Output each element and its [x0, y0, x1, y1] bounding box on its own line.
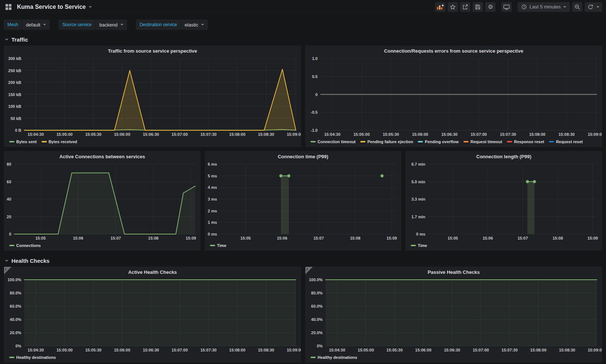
- share-button[interactable]: [460, 2, 470, 12]
- star-button[interactable]: [448, 2, 458, 12]
- variables-bar: Mesh default Source service backend Dest…: [0, 14, 606, 33]
- svg-text:60.0%: 60.0%: [311, 304, 323, 308]
- svg-text:1.0: 1.0: [312, 56, 318, 61]
- svg-text:3.3 min: 3.3 min: [411, 197, 425, 201]
- legend-item-request-timeout[interactable]: Request timeout: [463, 139, 502, 144]
- monitor-icon: [503, 4, 510, 10]
- svg-text:15:07: 15:07: [518, 236, 528, 240]
- svg-text:15:05: 15:05: [35, 236, 46, 240]
- svg-text:15:07:00: 15:07:00: [470, 132, 487, 137]
- variable-value-dropdown[interactable]: backend: [96, 20, 127, 30]
- refresh-button[interactable]: [585, 2, 602, 12]
- legend-connection-requests-errors: Connection timeoutPending failure ejecti…: [305, 138, 602, 147]
- panel-title-traffic-from-source[interactable]: Traffic from source service perspective: [4, 46, 301, 55]
- legend-item-bytes-sent[interactable]: Bytes sent: [9, 139, 37, 144]
- dashboard-body: Traffic Traffic from source service pers…: [0, 33, 606, 363]
- panel-connection-requests-errors: Connection/Requests errors from source s…: [305, 45, 602, 147]
- save-button[interactable]: [473, 2, 483, 12]
- legend-item-bytes-received[interactable]: Bytes received: [42, 139, 77, 144]
- zoom-out-button[interactable]: [572, 2, 582, 12]
- svg-text:15:06:30: 15:06:30: [143, 348, 159, 352]
- svg-text:15:05:30: 15:05:30: [386, 348, 403, 352]
- panel-connection-time-p99: Connection time (P99)0 ms1 ms2 ms3 ms4 m…: [204, 151, 402, 251]
- svg-text:0%: 0%: [317, 344, 323, 348]
- legend-label: Time: [217, 243, 226, 248]
- legend-label: Request reset: [556, 139, 583, 144]
- cycle-view-button[interactable]: [501, 2, 512, 12]
- legend-item-response-reset[interactable]: Response reset: [507, 139, 544, 144]
- row-title: Health Checks: [11, 258, 49, 264]
- svg-text:15:09:00: 15:09:00: [287, 348, 301, 352]
- svg-text:15:07:30: 15:07:30: [200, 132, 217, 137]
- legend-item-request-reset[interactable]: Request reset: [549, 139, 583, 144]
- svg-text:100 kB: 100 kB: [8, 104, 21, 109]
- panel-title-connection-requests-errors[interactable]: Connection/Requests errors from source s…: [305, 46, 602, 55]
- legend-label: Response reset: [514, 139, 544, 144]
- dashboard-title[interactable]: Kuma Service to Service: [17, 4, 86, 10]
- legend-swatch: [463, 141, 469, 142]
- svg-text:50 kB: 50 kB: [10, 116, 21, 121]
- chart-connection-length-p99[interactable]: 0 ms1.7 min3.3 min5.0 min6.7 min15:0515:…: [406, 160, 602, 242]
- legend-item-time[interactable]: Time: [210, 243, 226, 248]
- panel-info-icon[interactable]: i: [305, 267, 313, 274]
- svg-text:15:08:00: 15:08:00: [229, 132, 245, 137]
- legend-item-time[interactable]: Time: [411, 243, 427, 248]
- legend-label: Request timeout: [470, 139, 502, 144]
- chevron-down-icon: [201, 24, 204, 25]
- chart-active-connections[interactable]: 02040608015:0515:0615:0715:0815:09: [4, 160, 200, 242]
- chevron-down-icon: [120, 24, 123, 25]
- chart-traffic-from-source[interactable]: 0 B50 kB100 kB150 kB200 kB250 kB300 kB15…: [4, 55, 301, 138]
- svg-text:15:08:30: 15:08:30: [558, 132, 575, 137]
- panel-title-active-connections[interactable]: Active Connections between services: [4, 151, 200, 160]
- legend-swatch: [418, 141, 423, 142]
- chart-connection-requests-errors[interactable]: -1.0-0.500.51.015:04:3015:05:0015:05:301…: [305, 55, 602, 138]
- svg-text:40.0%: 40.0%: [10, 317, 21, 322]
- legend-swatch: [411, 245, 416, 246]
- svg-text:15:07:00: 15:07:00: [172, 348, 188, 352]
- legend-label: Bytes sent: [16, 139, 37, 144]
- svg-text:2 ms: 2 ms: [208, 209, 217, 213]
- dashboards-grid-icon[interactable]: [4, 2, 13, 12]
- variable-value-text: default: [26, 22, 40, 28]
- svg-text:15:07: 15:07: [313, 236, 324, 240]
- variable-value-dropdown[interactable]: default: [22, 20, 50, 30]
- time-range-button[interactable]: Last 5 minutes: [518, 2, 570, 12]
- svg-text:80: 80: [7, 162, 11, 166]
- chart-active-health-checks[interactable]: 0%20.0%40.0%60.0%80.0%100.0%15:04:3015:0…: [4, 276, 301, 354]
- legend-swatch: [210, 245, 215, 246]
- row-header-health-checks[interactable]: Health Checks: [4, 255, 602, 266]
- legend-item-healthy-destinations[interactable]: Healthy destinations: [9, 355, 56, 360]
- add-panel-icon: [437, 4, 444, 10]
- svg-text:15:05: 15:05: [448, 236, 458, 240]
- legend-item-connection-timeout[interactable]: Connection timeout: [311, 139, 355, 144]
- row-header-traffic[interactable]: Traffic: [4, 33, 602, 45]
- legend-label: Connections: [16, 243, 41, 248]
- panel-title-active-health-checks[interactable]: Active Health Checks: [4, 267, 301, 276]
- panel-title-connection-length-p99[interactable]: Connection length (P99): [406, 151, 602, 160]
- legend-item-healthy-destinations[interactable]: Healthy destinations: [311, 355, 357, 360]
- svg-text:15:05:00: 15:05:00: [353, 132, 369, 137]
- chart-passive-health-checks[interactable]: 0%20.0%40.0%60.0%80.0%100.0%15:04:3015:0…: [305, 276, 602, 354]
- legend-swatch: [42, 141, 47, 142]
- time-range-label: Last 5 minutes: [529, 4, 561, 10]
- svg-text:15:07: 15:07: [111, 236, 121, 240]
- settings-button[interactable]: ⚙: [485, 2, 495, 12]
- panel-title-connection-time-p99[interactable]: Connection time (P99): [205, 151, 401, 160]
- svg-text:15:05:00: 15:05:00: [56, 348, 73, 352]
- variable-value-dropdown[interactable]: elastic: [181, 20, 208, 30]
- svg-text:15:05:00: 15:05:00: [56, 132, 73, 137]
- svg-text:0 B: 0 B: [15, 128, 21, 132]
- svg-text:15:09:00: 15:09:00: [588, 132, 602, 137]
- svg-text:5 ms: 5 ms: [208, 174, 217, 178]
- svg-text:1 ms: 1 ms: [208, 220, 217, 225]
- legend-item-connections[interactable]: Connections: [9, 243, 41, 248]
- refresh-icon: [588, 4, 593, 10]
- chart-connection-time-p99[interactable]: 0 ms1 ms2 ms3 ms4 ms5 ms6 ms15:0515:0615…: [205, 160, 401, 242]
- panel-info-icon[interactable]: i: [4, 267, 11, 274]
- svg-text:0%: 0%: [15, 344, 21, 348]
- chevron-down-icon: [89, 6, 92, 8]
- legend-item-pending-failure-ejection[interactable]: Pending failure ejection: [360, 139, 413, 144]
- add-panel-button[interactable]: [435, 2, 445, 12]
- panel-title-passive-health-checks[interactable]: Passive Health Checks: [305, 267, 602, 276]
- legend-item-pending-overflow[interactable]: Pending overflow: [418, 139, 459, 144]
